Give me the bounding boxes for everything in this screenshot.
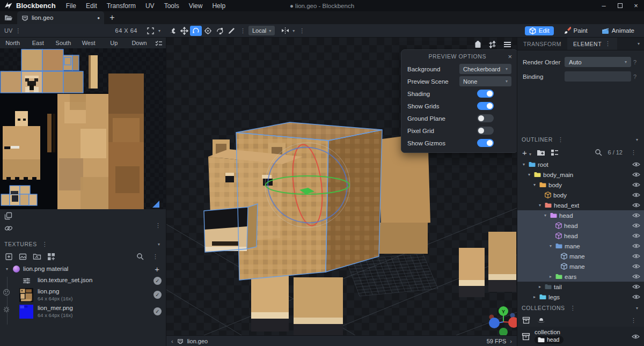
close-button[interactable]: × (628, 0, 644, 11)
backpack-icon[interactable] (474, 40, 481, 48)
tree-chevron-icon[interactable]: ▸ (532, 295, 537, 299)
collections-header[interactable]: COLLECTIONS ⋮ ▾ (517, 302, 644, 314)
visibility-eye-icon[interactable] (632, 202, 640, 208)
collection-item-collection[interactable]: collection head (517, 327, 644, 346)
outliner-item-root-0[interactable]: ▾ root (517, 159, 644, 170)
uv-face-west[interactable]: West (76, 40, 101, 46)
tree-chevron-icon[interactable]: ▾ (537, 203, 543, 208)
tree-chevron-icon[interactable]: ▾ (543, 213, 548, 218)
outliner-item-head-5[interactable]: ▾ head (517, 210, 644, 220)
uv-menu-icon[interactable]: ⋮ (12, 27, 24, 34)
outliner-item-legs-13[interactable]: ▸ legs (517, 292, 644, 302)
move-tool-icon[interactable] (178, 26, 190, 36)
preview-scene-select[interactable]: None▾ (459, 76, 511, 86)
viewport-3d[interactable]: Y PREVIEW OPTIONS × Background (166, 38, 517, 335)
uv-face-north[interactable]: North (0, 40, 25, 46)
link-uv-icon[interactable] (4, 225, 13, 232)
outliner-toolbar-menu-icon[interactable]: ⋮ (628, 149, 639, 156)
textures-collapse-icon[interactable]: ▾ (156, 242, 162, 247)
tab-transform[interactable]: TRANSFORM (517, 38, 567, 50)
open-folder-icon[interactable] (0, 11, 17, 24)
binding-input[interactable] (565, 71, 631, 82)
menu-file[interactable]: File (61, 2, 81, 10)
menu-edit[interactable]: Edit (81, 2, 102, 10)
collections-collapse-icon[interactable]: ▾ (634, 306, 640, 311)
help-icon[interactable]: ? (631, 59, 639, 65)
viewport-menu-icon[interactable] (503, 40, 511, 48)
uv-face-south[interactable]: South (50, 40, 76, 46)
tree-chevron-icon[interactable]: ▾ (526, 172, 532, 177)
texture-group-icon[interactable] (47, 253, 55, 261)
menu-transform[interactable]: Transform (102, 2, 141, 10)
visibility-eye-icon[interactable] (632, 284, 640, 290)
visibility-eye-icon[interactable] (632, 161, 640, 167)
uv-chevron-icon[interactable]: ▾ (157, 28, 162, 33)
preview-options-close-icon[interactable]: × (508, 53, 512, 61)
outliner-item-ears-11[interactable]: ▸ ears (517, 271, 644, 282)
uv-canvas[interactable] (0, 48, 166, 209)
textures-toolbar-menu-icon[interactable]: ⋮ (150, 253, 161, 260)
outliner-menu-icon[interactable]: ⋮ (555, 136, 566, 143)
material-collapse-icon[interactable]: ▾ (4, 267, 10, 271)
tree-chevron-icon[interactable]: ▾ (532, 182, 537, 187)
create-texture-icon[interactable] (19, 253, 27, 261)
rotate-tool-icon[interactable] (190, 26, 202, 36)
maximize-button[interactable] (612, 0, 628, 11)
outliner-item-head-6[interactable]: head (517, 220, 644, 231)
collections-menu-icon[interactable]: ⋮ (567, 305, 579, 312)
texture-enabled-icon[interactable]: ✓ (153, 307, 162, 315)
add-texture-button[interactable]: + (155, 264, 162, 274)
outliner-item-mane-8[interactable]: ▾ mane (517, 241, 644, 251)
vertex-snap-tool-icon[interactable] (225, 26, 237, 36)
tree-chevron-icon[interactable]: ▸ (537, 284, 543, 289)
import-texture-icon[interactable] (5, 253, 13, 261)
ground-plane-toggle[interactable] (477, 114, 494, 122)
uv-face-up[interactable]: Up (101, 40, 127, 46)
visibility-eye-icon[interactable] (632, 243, 640, 249)
copy-uv-icon[interactable] (4, 212, 12, 220)
texture-item-lion_mer-png[interactable]: lion_mer.png64 x 64px (16x) ✓ (0, 303, 166, 320)
visibility-eye-icon[interactable] (632, 182, 640, 188)
outliner-header[interactable]: OUTLINER ⋮ ▾ (517, 134, 644, 145)
background-select[interactable]: Checkerboard▾ (459, 64, 511, 74)
tab-element[interactable]: ELEMENT⋮ (567, 38, 617, 50)
menu-view[interactable]: View (184, 2, 208, 10)
show-grids-toggle[interactable] (477, 102, 494, 110)
outliner-item-mane-9[interactable]: mane (517, 251, 644, 261)
show-gizmos-toggle[interactable] (477, 139, 494, 147)
transform-space-select[interactable]: Local▾ (248, 26, 275, 35)
tree-chevron-icon[interactable]: ▾ (548, 244, 553, 248)
status-prev-icon[interactable]: ‹ (171, 338, 173, 344)
outliner-item-body_main-1[interactable]: ▾ body_main (517, 170, 644, 180)
import-folder-icon[interactable] (33, 253, 41, 260)
outliner-item-head-7[interactable]: head (517, 231, 644, 241)
visibility-eye-icon[interactable] (632, 263, 640, 269)
outliner-item-head_ext-4[interactable]: ▾ head_ext (517, 200, 644, 210)
visibility-eye-icon[interactable] (632, 212, 640, 218)
search-outliner-icon[interactable] (595, 149, 602, 156)
visibility-eye-icon[interactable] (632, 192, 640, 198)
outliner-collapse-icon[interactable]: ▾ (634, 137, 640, 142)
mode-edit-button[interactable]: Edit (525, 26, 554, 35)
visibility-eye-icon[interactable] (632, 172, 640, 178)
uv-strip-menu-icon[interactable]: ⋮ (152, 222, 164, 229)
menu-tools[interactable]: Tools (159, 2, 184, 10)
mirror-chevron-icon[interactable]: ▾ (291, 28, 296, 33)
uv-face-down[interactable]: Down (127, 40, 152, 46)
visibility-eye-icon[interactable] (632, 294, 640, 300)
frame-view-icon[interactable] (145, 26, 157, 36)
uv-checklist-icon[interactable] (152, 40, 166, 46)
toolbar-menu-icon[interactable]: ⋮ (296, 27, 308, 34)
tree-chevron-icon[interactable]: ▸ (548, 274, 553, 279)
new-tab-button[interactable]: + (104, 11, 120, 24)
pixel-grid-toggle[interactable] (477, 127, 494, 135)
outliner-item-mane-10[interactable]: mane (517, 261, 644, 271)
sort-filter-icon[interactable] (488, 40, 496, 48)
new-collection-icon[interactable] (522, 316, 530, 324)
outliner-item-body-2[interactable]: ▾ body (517, 180, 644, 190)
uv-face-east[interactable]: East (25, 40, 50, 46)
texture-enabled-icon[interactable]: ✓ (153, 291, 162, 299)
tab-lion-geo[interactable]: lion.geo ● (17, 11, 104, 24)
pivot-tool-icon[interactable] (202, 26, 214, 36)
minimize-button[interactable]: – (596, 0, 612, 11)
